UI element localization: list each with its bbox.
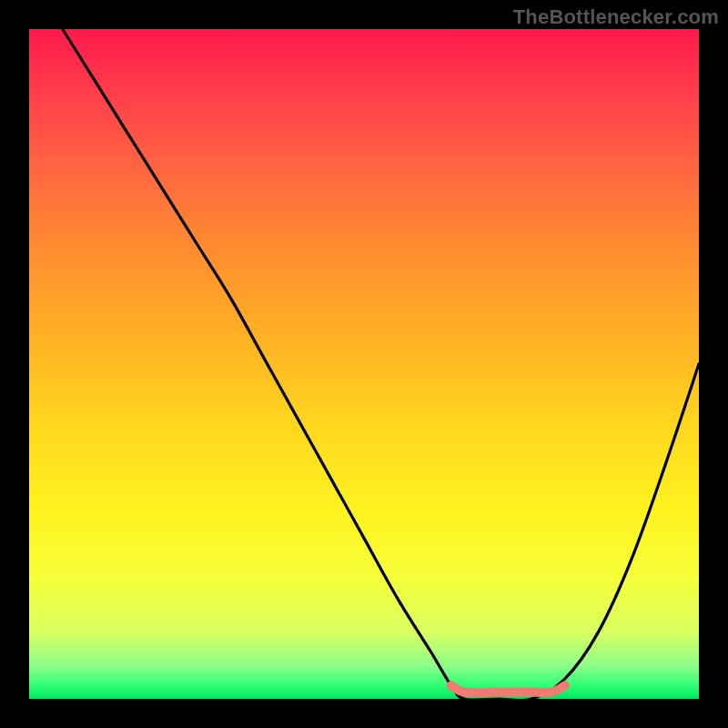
plot-area	[29, 29, 699, 699]
chart-frame: TheBottlenecker.com	[0, 0, 728, 728]
attribution-label: TheBottlenecker.com	[513, 5, 719, 29]
bottleneck-curve	[63, 29, 699, 699]
curve-layer	[29, 29, 699, 699]
optimal-range-marker	[451, 685, 565, 693]
